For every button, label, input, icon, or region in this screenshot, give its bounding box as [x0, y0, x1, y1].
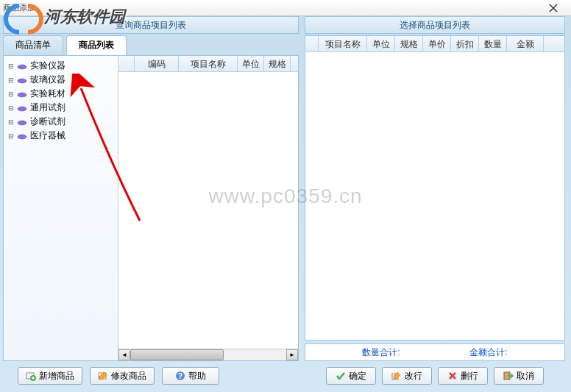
- left-panel-header: 查询商品项目列表: [3, 16, 299, 34]
- window-titlebar: 商品添加: [0, 0, 571, 16]
- help-button-label: 帮助: [188, 370, 206, 382]
- left-grid-header: 编码 项目名称 单位 规格: [118, 56, 298, 72]
- modify-row-button[interactable]: 改行: [382, 367, 432, 385]
- tree-expand-icon[interactable]: ⊟: [8, 118, 17, 126]
- grid-col-unit[interactable]: 单位: [367, 36, 395, 51]
- svg-point-3: [18, 107, 26, 111]
- grid-col-name[interactable]: 项目名称: [319, 36, 367, 51]
- right-panel-header: 选择商品项目列表: [305, 16, 565, 34]
- right-grid: 项目名称 单位 规格 单价 折扣 数量 金额: [305, 35, 565, 341]
- right-grid-header: 项目名称 单位 规格 单价 折扣 数量 金额: [305, 36, 564, 52]
- grid-col-qty[interactable]: 数量: [479, 36, 507, 51]
- svg-point-2: [18, 93, 26, 97]
- add-button-label: 新增商品: [39, 370, 74, 382]
- scroll-right-arrow-icon[interactable]: ►: [286, 349, 298, 360]
- grid-col-spec[interactable]: 规格: [395, 36, 423, 51]
- help-button[interactable]: ? 帮助: [162, 367, 219, 385]
- scroll-left-arrow-icon[interactable]: ◄: [118, 349, 130, 360]
- category-icon: [17, 132, 27, 140]
- tree-item[interactable]: ⊟ 玻璃仪器: [5, 73, 116, 87]
- grid-col-indicator[interactable]: [118, 56, 135, 71]
- right-panel: 选择商品项目列表 项目名称 单位 规格 单价 折扣 数量 金额 数量合计: 金额…: [303, 16, 568, 392]
- edit-button-label: 修改商品: [111, 370, 146, 382]
- delete-row-button[interactable]: 删行: [438, 367, 488, 385]
- grid-col-spec[interactable]: 规格: [264, 56, 291, 71]
- left-button-bar: 新增商品 修改商品 ? 帮助: [3, 364, 299, 388]
- help-icon: ?: [175, 371, 185, 381]
- qty-total-label: 数量合计:: [362, 346, 400, 359]
- tree-item[interactable]: ⊟ 通用试剂: [5, 101, 116, 115]
- exit-icon: [503, 371, 514, 381]
- cancel-button-label: 取消: [517, 370, 534, 382]
- left-grid-body[interactable]: [118, 72, 298, 349]
- tree-expand-icon[interactable]: ⊟: [8, 90, 17, 98]
- modify-button-label: 改行: [405, 370, 422, 382]
- window-close-button[interactable]: [539, 1, 568, 15]
- grid-col-indicator[interactable]: [305, 36, 319, 51]
- summary-bar: 数量合计: 金额合计:: [305, 343, 565, 361]
- category-icon: [17, 90, 27, 98]
- grid-col-unit[interactable]: 单位: [238, 56, 264, 71]
- svg-point-5: [18, 135, 26, 139]
- grid-col-discount[interactable]: 折扣: [451, 36, 479, 51]
- left-panel: 查询商品项目列表 商品清单 商品列表 ⊟ 实验仪器 ⊟ 玻璃仪器 ⊟: [0, 16, 303, 392]
- tree-item-label: 实验仪器: [30, 60, 65, 72]
- svg-point-4: [18, 121, 26, 125]
- svg-point-0: [18, 65, 26, 69]
- category-tree: ⊟ 实验仪器 ⊟ 玻璃仪器 ⊟ 实验耗材 ⊟ 通用试剂: [4, 56, 118, 360]
- right-grid-body[interactable]: [305, 52, 564, 340]
- tree-item-label: 实验耗材: [30, 88, 65, 100]
- window-title: 商品添加: [3, 2, 35, 13]
- grid-col-code[interactable]: 编码: [135, 56, 179, 71]
- tabs-container: 商品清单 商品列表: [3, 35, 299, 56]
- delete-button-label: 删行: [461, 370, 478, 382]
- horizontal-scrollbar[interactable]: ◄ ►: [118, 349, 298, 360]
- tree-item-label: 玻璃仪器: [30, 74, 65, 86]
- edit-product-button[interactable]: 修改商品: [90, 367, 155, 385]
- tree-expand-icon[interactable]: ⊟: [8, 104, 17, 112]
- grid-col-amount[interactable]: 金额: [507, 36, 544, 51]
- tree-item-label: 医疗器械: [30, 129, 65, 142]
- amount-total-label: 金额合计:: [469, 346, 507, 359]
- grid-col-name[interactable]: 项目名称: [179, 56, 238, 71]
- delete-icon: [447, 371, 458, 381]
- edit-icon: [98, 371, 108, 381]
- scroll-thumb[interactable]: [130, 349, 224, 360]
- svg-point-1: [18, 79, 26, 83]
- cancel-button[interactable]: 取消: [494, 367, 544, 385]
- left-grid: 编码 项目名称 单位 规格 ◄ ►: [118, 56, 298, 360]
- category-icon: [17, 118, 27, 126]
- tree-expand-icon[interactable]: ⊟: [8, 76, 17, 84]
- tree-expand-icon[interactable]: ⊟: [8, 132, 17, 140]
- tree-item[interactable]: ⊟ 实验仪器: [5, 59, 116, 73]
- add-product-button[interactable]: 新增商品: [18, 367, 82, 385]
- add-icon: [26, 371, 36, 381]
- check-icon: [336, 371, 346, 381]
- category-icon: [17, 76, 27, 84]
- pencil-icon: [391, 371, 402, 381]
- scroll-track[interactable]: [130, 349, 286, 360]
- tree-item-label: 诊断试剂: [30, 115, 65, 128]
- tree-item[interactable]: ⊟ 医疗器械: [5, 129, 116, 143]
- tree-expand-icon[interactable]: ⊟: [8, 63, 17, 70]
- tree-item-label: 通用试剂: [30, 101, 65, 114]
- tree-item[interactable]: ⊟ 诊断试剂: [5, 115, 116, 129]
- grid-col-price[interactable]: 单价: [423, 36, 451, 51]
- tab-product-list[interactable]: 商品清单: [3, 35, 63, 56]
- category-icon: [17, 104, 27, 112]
- category-icon: [17, 63, 27, 70]
- tree-item[interactable]: ⊟ 实验耗材: [5, 87, 116, 101]
- main-container: 查询商品项目列表 商品清单 商品列表 ⊟ 实验仪器 ⊟ 玻璃仪器 ⊟: [0, 16, 571, 392]
- tab-product-table[interactable]: 商品列表: [66, 35, 127, 56]
- ok-button-label: 确定: [349, 370, 366, 382]
- left-content-area: ⊟ 实验仪器 ⊟ 玻璃仪器 ⊟ 实验耗材 ⊟ 通用试剂: [3, 55, 299, 361]
- svg-text:?: ?: [178, 372, 182, 380]
- ok-button[interactable]: 确定: [326, 367, 376, 385]
- right-button-bar: 确定 改行 删行 取消: [305, 364, 565, 388]
